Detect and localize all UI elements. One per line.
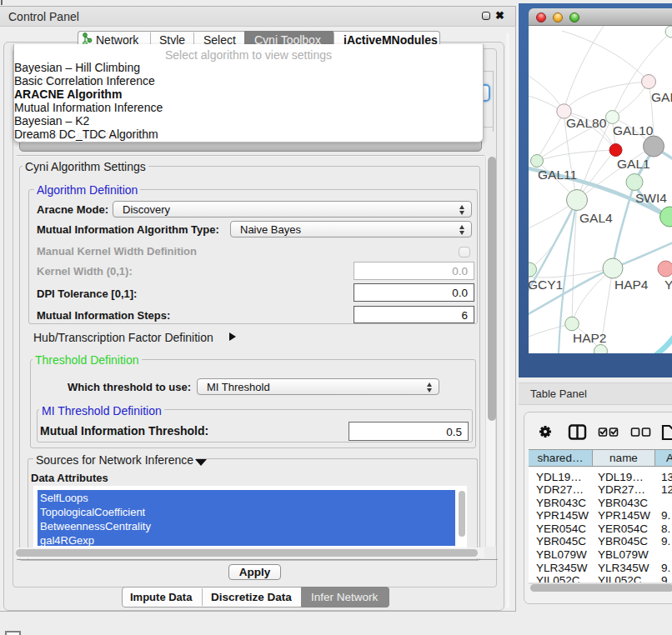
svg-text:GCY1: GCY1	[529, 278, 563, 292]
svg-text:GAL7: GAL7	[651, 90, 672, 104]
svg-text:HAP4: HAP4	[614, 278, 649, 292]
svg-text:HAP2: HAP2	[573, 331, 607, 345]
svg-text:Y: Y	[664, 278, 672, 292]
svg-text:GAL11: GAL11	[538, 168, 577, 182]
svg-text:SWI4: SWI4	[635, 191, 667, 205]
svg-text:GAL80: GAL80	[566, 116, 607, 130]
svg-text:GAL4: GAL4	[579, 211, 613, 225]
svg-text:GAL1: GAL1	[617, 157, 650, 171]
svg-text:GAL10: GAL10	[613, 123, 654, 138]
